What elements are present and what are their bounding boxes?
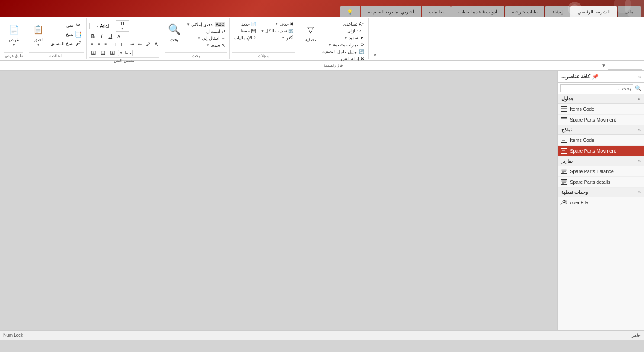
tab-help[interactable]: تعليمات	[422, 6, 451, 17]
tables-collapse-icon: «	[638, 96, 641, 101]
replace-button[interactable]: ⇄ استبدال	[185, 28, 227, 35]
sidebar-item-spare-parts-details[interactable]: Spare Parts details	[558, 177, 644, 188]
ribbon-collapse-button[interactable]: ∧	[369, 18, 377, 59]
outdent-button[interactable]: ⇤	[136, 41, 143, 48]
search-icon: 🔍	[167, 22, 181, 36]
main-layout: » 📌 كافة عناصر... 🔍 « جداول Items Code	[0, 71, 644, 330]
rtl-button[interactable]: ا→	[109, 42, 118, 48]
ltr-button[interactable]: →ا	[119, 42, 128, 48]
forms-section-header[interactable]: « نماذج	[558, 125, 644, 135]
sidebar-item-openfile[interactable]: openFile	[558, 197, 644, 208]
font-size-dropdown[interactable]: 11 ▼	[116, 20, 129, 32]
filter-button[interactable]: ▽ تصفية	[301, 21, 320, 44]
ribbon-group-search: 🔍 بحث ABC تدقيق إملائي ▼ ⇄ استبدال → انت…	[162, 18, 230, 59]
logo-area	[557, 0, 644, 17]
goto-button[interactable]: → انتقال إلى ▼	[185, 35, 227, 42]
spellcheck-button[interactable]: ABC تدقيق إملائي ▼	[185, 21, 227, 28]
grid-button1[interactable]: ⊞	[89, 48, 98, 57]
spare-parts-movment-table-icon	[560, 117, 567, 123]
select-icon: ↖	[222, 43, 225, 48]
sidebar-item-items-code-table[interactable]: Items Code	[558, 104, 644, 115]
view-dropdown-arrow: ▼	[12, 43, 16, 47]
sidebar-search-area: 🔍	[558, 83, 644, 94]
align-right-button[interactable]: ≡	[89, 41, 95, 48]
select-filter-icon: ▼	[360, 35, 364, 40]
underline-button[interactable]: U	[106, 32, 114, 40]
grid-row: ⊞ ⊞ ⊞ خط ▼	[89, 48, 159, 57]
spare-parts-details-label: Spare Parts details	[570, 179, 610, 185]
modules-section-header[interactable]: « وحدات نمطية	[558, 188, 644, 197]
delete-arrow: ▼	[275, 22, 278, 26]
totals-button[interactable]: Σ الإجماليات	[232, 35, 258, 41]
cut-button[interactable]: ✂ قص	[49, 21, 84, 29]
delete-button[interactable]: ✖ حذف ▼	[259, 21, 295, 27]
sidebar-item-spare-parts-balance[interactable]: Spare Parts Balance	[558, 166, 644, 177]
clipboard-group-label: الحافظة	[29, 52, 84, 58]
replace-icon: ⇄	[222, 29, 225, 34]
remove-sort-icon: ✖	[361, 56, 364, 61]
items-code-form-label: Items Code	[570, 138, 594, 143]
grid-dropdown[interactable]: خط ▼	[118, 50, 133, 56]
svg-rect-17	[562, 170, 566, 171]
sidebar-header: » 📌 كافة عناصر...	[558, 71, 644, 83]
more-button[interactable]: أكثر ▼	[259, 35, 295, 41]
tables-section-header[interactable]: « جداول	[558, 94, 644, 104]
spare-parts-balance-label: Spare Parts Balance	[570, 169, 614, 174]
filter-group-label: فرز وتصفية	[301, 62, 366, 67]
openfile-icon	[560, 199, 567, 205]
new-record-button[interactable]: 📄 جديد	[232, 21, 258, 27]
font-color2-button[interactable]: A	[153, 41, 159, 48]
paste-button[interactable]: 📋 لصق ▼	[29, 21, 48, 48]
text-color-button[interactable]: A	[115, 33, 123, 40]
grid-button3[interactable]: ⊞	[108, 48, 117, 57]
font-name-dropdown[interactable]: Arial ▼	[89, 23, 115, 29]
records-group-label: سجلات	[232, 52, 295, 58]
search-button[interactable]: 🔍 بحث	[165, 21, 184, 44]
align-center-button[interactable]: ≡	[96, 41, 102, 48]
bold-button[interactable]: B	[89, 32, 97, 40]
sidebar-item-spare-parts-movment-table[interactable]: Spare Parts Movment	[558, 115, 644, 125]
status-bar: جاهز Num Lock	[0, 330, 644, 340]
svg-point-1	[570, 4, 579, 13]
search-group-label: بحث	[165, 52, 227, 58]
toggle-filter-button[interactable]: 🔄 تبديل عامل التصفية	[321, 48, 366, 55]
ascending-button[interactable]: ↑A تصاعدي	[321, 21, 366, 27]
sidebar-item-items-code-form[interactable]: Items Code	[558, 135, 644, 146]
reports-section-header[interactable]: « تقارير	[558, 157, 644, 166]
status-right: جاهز	[632, 333, 641, 338]
formula-bar-expand[interactable]: ▼	[602, 63, 606, 68]
title-bar: ملف الشريط الرئيسي إنشاء بيانات خارجية أ…	[0, 0, 644, 17]
clipboard-small-buttons: ✂ قص 📑 نسخ 🖌 نسخ التنسيق	[49, 21, 84, 48]
tab-tell-me[interactable]: أخيرني بما تريد القيام به	[361, 6, 421, 17]
cell-reference-input[interactable]	[608, 62, 642, 70]
sidebar-expand-button[interactable]: »	[638, 74, 641, 79]
sidebar-pin-icon: 📌	[592, 74, 599, 80]
advanced-button[interactable]: ⚙ خيارات متقدمة ▼	[321, 42, 366, 48]
descending-button[interactable]: ↓Z تنازلي	[321, 28, 366, 34]
refresh-button[interactable]: 🔄 تحديث الكل ▼	[259, 28, 295, 34]
indent-button[interactable]: ⇥	[129, 41, 135, 48]
spare-parts-details-icon	[560, 179, 567, 185]
textformat-container: Arial ▼ 11 ▼ B I U A ≡ ≡ ≡ ا→ →ا ⇥ ⇤ 🖍 A	[89, 19, 159, 57]
format-painter-button[interactable]: 🖌 نسخ التنسيق	[49, 39, 84, 48]
records-buttons: 📄 جديد 💾 حفظ Σ الإجماليات ✖ حذف ▼	[232, 19, 295, 52]
save-record-button[interactable]: 💾 حفظ	[232, 28, 258, 34]
view-icon: 📄	[7, 22, 21, 36]
highlight-button[interactable]: 🖍	[144, 41, 152, 48]
select-button[interactable]: ↖ تحديد ▼	[185, 42, 227, 48]
cut-icon: ✂	[75, 22, 82, 29]
remove-sort-button[interactable]: ✖ إزالة الفرز	[321, 55, 366, 62]
italic-button[interactable]: I	[98, 32, 106, 40]
sidebar-search-input[interactable]	[560, 84, 633, 92]
grid-button2[interactable]: ⊞	[99, 48, 107, 57]
views-buttons: 📄 عرض ▼	[4, 19, 23, 52]
sidebar-title-area: 📌 كافة عناصر...	[561, 74, 599, 80]
sidebar-item-spare-parts-movment-form[interactable]: Spare Parts Movment	[558, 146, 644, 157]
lamp-icon-tab[interactable]: 💡	[340, 6, 360, 17]
tab-external[interactable]: بيانات خارجية	[505, 6, 544, 17]
align-left-button[interactable]: ≡	[103, 41, 109, 48]
view-button[interactable]: 📄 عرض ▼	[4, 21, 23, 48]
copy-button[interactable]: 📑 نسخ	[49, 30, 84, 38]
tab-database[interactable]: أدوات قاعدة البيانات	[451, 6, 504, 17]
select-filter-button[interactable]: ▼ تحديد ▼	[321, 35, 366, 41]
